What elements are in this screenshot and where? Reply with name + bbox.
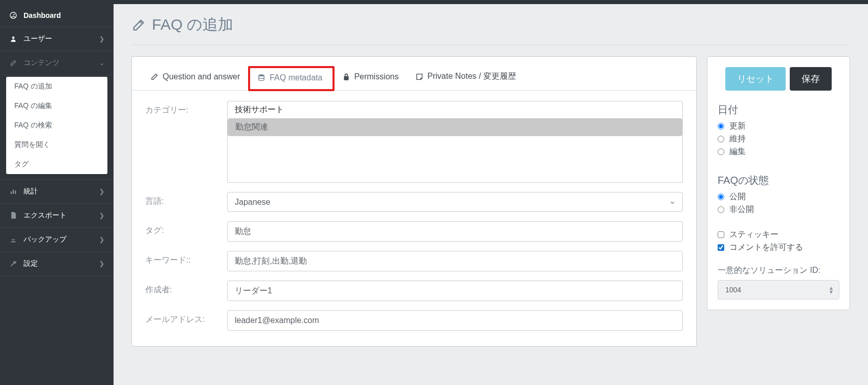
sidebar: Dashboard ユーザー ❯ コンテンツ ⌄ FAQ の追加 FAQ <box>0 4 114 385</box>
tab-metadata-label: FAQ metadata <box>270 73 322 82</box>
chevron-right-icon: ❯ <box>99 260 104 267</box>
save-button[interactable]: 保存 <box>790 67 832 91</box>
sidebar-backup-label: バックアップ <box>24 235 66 244</box>
allow-comments-label: コメントを許可する <box>729 242 803 253</box>
tab-permissions[interactable]: Permissions <box>335 66 407 90</box>
date-keep-radio[interactable]: 維持 <box>718 134 839 144</box>
category-option-kintai[interactable]: 勤怠関連 <box>228 118 682 136</box>
sidebar-sub-faq-search[interactable]: FAQ の検索 <box>6 116 107 135</box>
page-title-text: FAQ の追加 <box>152 14 233 35</box>
download-icon <box>9 236 17 243</box>
chevron-right-icon: ❯ <box>99 35 104 42</box>
sidebar-stats-label: 統計 <box>24 187 38 196</box>
page-title: FAQ の追加 <box>131 14 850 45</box>
date-update-radio[interactable]: 更新 <box>718 121 839 132</box>
date-edit-label: 編集 <box>729 146 746 157</box>
chevron-down-icon: ⌄ <box>99 59 104 67</box>
tab-notes[interactable]: Private Notes / 変更履歴 <box>407 66 524 90</box>
category-option-tech[interactable]: 技術サポート <box>228 101 682 118</box>
tabs: Question and answer FAQ metadata Permiss… <box>132 57 696 91</box>
sidebar-export-label: エクスポート <box>24 211 66 220</box>
sidebar-item-stats[interactable]: 統計 ❯ <box>0 180 114 204</box>
status-public-radio[interactable]: 公開 <box>718 191 839 202</box>
solution-id-value: 1004 <box>725 286 741 294</box>
sidebar-dashboard-label: Dashboard <box>24 11 61 19</box>
svg-point-1 <box>12 36 15 39</box>
keywords-input[interactable] <box>227 251 683 271</box>
stats-icon <box>9 188 17 195</box>
tag-label: タグ: <box>145 221 227 236</box>
sidebar-item-users[interactable]: ユーザー ❯ <box>0 27 114 51</box>
language-label: 言語: <box>145 192 227 207</box>
status-public-label: 公開 <box>729 191 746 202</box>
tab-permissions-label: Permissions <box>354 72 398 81</box>
email-label: メールアドレス: <box>145 310 227 325</box>
solution-id-label: 一意的なソリューション ID: <box>718 265 839 276</box>
sidebar-item-backup[interactable]: バックアップ ❯ <box>0 228 114 252</box>
status-private-radio[interactable]: 非公開 <box>718 204 839 215</box>
reset-button[interactable]: リセット <box>725 67 786 91</box>
date-keep-label: 維持 <box>729 134 746 144</box>
edit-icon <box>150 73 159 81</box>
tab-qa-label: Question and answer <box>163 72 240 81</box>
tag-input[interactable] <box>227 221 683 242</box>
status-section-title: FAQの状態 <box>718 174 839 187</box>
tab-notes-label: Private Notes / 変更履歴 <box>428 71 516 82</box>
sidebar-item-contents[interactable]: コンテンツ ⌄ <box>0 51 114 75</box>
sidebar-item-dashboard[interactable]: Dashboard <box>0 4 114 27</box>
sidebar-item-export[interactable]: エクスポート ❯ <box>0 204 114 228</box>
sidebar-submenu-contents: FAQ の追加 FAQ の編集 FAQ の検索 質問を開く タグ <box>6 77 107 174</box>
keywords-label: キーワード:: <box>145 251 227 266</box>
svg-rect-4 <box>15 190 16 194</box>
language-select[interactable]: Japanese <box>227 192 683 212</box>
sidebar-settings-label: 設定 <box>24 259 38 268</box>
stepper-icon: ▴▾ <box>830 286 833 294</box>
tab-metadata[interactable]: FAQ metadata <box>248 66 335 91</box>
author-label: 作成者: <box>145 281 227 295</box>
date-edit-radio[interactable]: 編集 <box>718 146 839 157</box>
sticky-label: スティッキー <box>729 229 778 240</box>
svg-rect-7 <box>344 76 349 80</box>
database-icon <box>257 74 265 82</box>
date-update-label: 更新 <box>729 121 746 132</box>
sidebar-sub-faq-edit[interactable]: FAQ の編集 <box>6 96 107 116</box>
allow-comments-checkbox[interactable]: コメントを許可する <box>718 242 839 253</box>
wrench-icon <box>9 260 17 267</box>
tab-qa[interactable]: Question and answer <box>142 66 248 90</box>
file-icon <box>9 212 17 219</box>
sidebar-users-label: ユーザー <box>24 34 52 44</box>
sidebar-item-settings[interactable]: 設定 ❯ <box>0 252 114 276</box>
category-label: カテゴリー: <box>145 101 227 116</box>
chevron-right-icon: ❯ <box>99 188 104 195</box>
author-input[interactable] <box>227 281 683 301</box>
sidebar-sub-open-question[interactable]: 質問を開く <box>6 135 107 155</box>
sidebar-sub-faq-add[interactable]: FAQ の追加 <box>6 77 107 96</box>
date-section-title: 日付 <box>718 103 839 117</box>
solution-id-field: 1004 ▴▾ <box>718 280 839 300</box>
chevron-right-icon: ❯ <box>99 236 104 243</box>
main-content: FAQ の追加 Question and answer FAQ me <box>114 4 868 385</box>
edit-icon <box>9 59 17 67</box>
user-icon <box>9 35 17 42</box>
lock-icon <box>343 73 350 81</box>
svg-point-6 <box>259 74 264 76</box>
dashboard-icon <box>9 11 17 19</box>
email-input[interactable] <box>227 310 683 331</box>
category-listbox[interactable]: 技術サポート 勤怠関連 <box>227 101 683 183</box>
status-private-label: 非公開 <box>729 204 754 215</box>
sticky-note-icon <box>415 73 424 81</box>
chevron-right-icon: ❯ <box>99 212 104 219</box>
side-panel: リセット 保存 日付 更新 維持 編集 FAQの状態 <box>707 56 850 310</box>
svg-rect-3 <box>13 190 14 194</box>
svg-rect-5 <box>11 242 15 243</box>
edit-icon <box>131 18 146 32</box>
sticky-checkbox[interactable]: スティッキー <box>718 229 839 240</box>
form-card: Question and answer FAQ metadata Permiss… <box>131 56 697 347</box>
sidebar-contents-label: コンテンツ <box>24 58 59 68</box>
sidebar-sub-tag[interactable]: タグ <box>6 155 107 174</box>
svg-rect-2 <box>11 191 12 194</box>
